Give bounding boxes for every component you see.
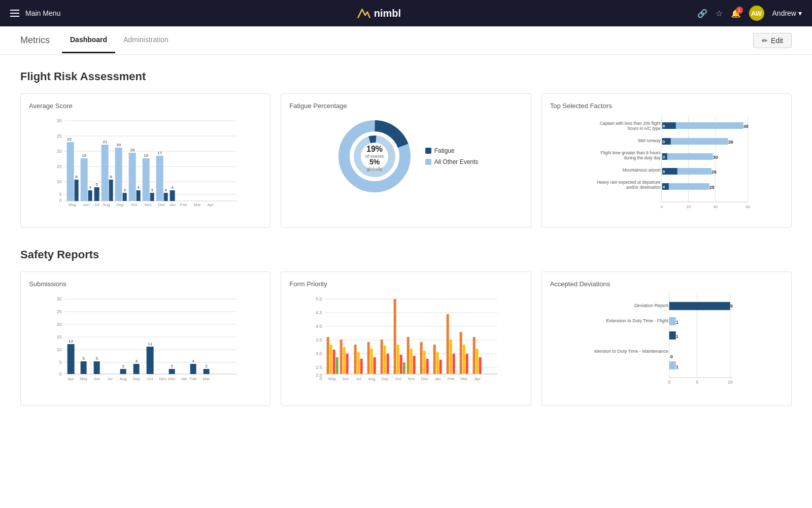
svg-rect-134: [147, 347, 154, 374]
tab-dashboard[interactable]: Dashboard: [62, 27, 115, 53]
svg-text:Aug: Aug: [103, 202, 110, 207]
svg-rect-19: [81, 158, 88, 201]
fatigue-card: Fatigue Percentage 19% of events: [281, 93, 531, 228]
svg-rect-43: [150, 193, 154, 201]
svg-text:28: 28: [709, 185, 714, 190]
svg-text:4: 4: [171, 185, 174, 190]
svg-rect-128: [120, 369, 126, 374]
svg-rect-190: [413, 356, 416, 374]
safety-reports-title: Safety Reports: [20, 248, 792, 261]
svg-text:Jun: Jun: [93, 377, 100, 381]
svg-rect-177: [374, 357, 376, 374]
svg-text:4: 4: [137, 185, 140, 190]
svg-text:10: 10: [57, 347, 62, 352]
svg-text:hours in A/C type: hours in A/C type: [628, 126, 661, 131]
page-title: Metrics: [20, 35, 50, 46]
svg-text:Jul: Jul: [356, 377, 361, 381]
svg-rect-15: [75, 180, 79, 201]
svg-rect-138: [169, 369, 175, 374]
svg-text:39: 39: [728, 140, 733, 145]
svg-rect-118: [67, 344, 75, 374]
nimbl-logo-icon: [357, 8, 371, 19]
svg-text:15: 15: [57, 164, 62, 169]
flight-risk-charts-row: Average Score 30 25 20 15 10 5 0: [20, 93, 792, 228]
svg-text:20: 20: [116, 143, 121, 147]
user-name[interactable]: Andrew ▾: [772, 9, 802, 17]
top-factors-label: Top Selected Factors: [550, 102, 783, 110]
svg-text:Dec: Dec: [168, 377, 176, 381]
submissions-label: Submissions: [29, 280, 262, 288]
svg-text:18: 18: [130, 148, 134, 152]
svg-rect-142: [190, 364, 196, 374]
svg-text:0: 0: [668, 380, 670, 385]
svg-rect-173: [360, 359, 363, 374]
svg-rect-196: [433, 345, 436, 374]
svg-text:Jun: Jun: [343, 377, 349, 381]
submissions-chart: 30 25 20 15 10 5 0 12 Apr 5 May: [29, 294, 262, 385]
hamburger-icon: [10, 10, 19, 17]
svg-text:2: 2: [171, 364, 173, 368]
svg-rect-47: [156, 156, 163, 201]
svg-text:4: 4: [135, 359, 138, 363]
avg-score-card: Average Score 30 25 20 15 10 5 0: [20, 93, 270, 228]
svg-rect-205: [463, 345, 465, 374]
svg-rect-180: [384, 346, 386, 374]
svg-text:8: 8: [662, 124, 665, 128]
donut-chart: 19% of events 5% globally: [334, 116, 415, 197]
main-menu[interactable]: Main Menu: [10, 9, 60, 17]
svg-text:1: 1: [675, 320, 678, 325]
svg-text:Wet runway: Wet runway: [638, 138, 661, 143]
svg-rect-38: [137, 190, 141, 201]
notification-btn[interactable]: 🔔 1: [731, 9, 741, 18]
svg-rect-163: [330, 345, 332, 374]
svg-text:5: 5: [59, 360, 62, 365]
svg-rect-20: [88, 190, 92, 201]
form-priority-label: Form Priority: [289, 280, 522, 288]
svg-text:8: 8: [110, 175, 112, 179]
svg-rect-167: [340, 340, 343, 374]
svg-text:Aug: Aug: [368, 377, 376, 381]
star-icon-btn[interactable]: ☆: [716, 9, 723, 18]
nav-actions: 🔗 ☆ 🔔 1 AW Andrew ▾: [697, 6, 802, 21]
topnav: Main Menu nimbl 🔗 ☆ 🔔 1 AW Andrew ▾: [0, 0, 812, 26]
svg-text:Apr: Apr: [207, 202, 214, 207]
link-icon-btn[interactable]: 🔗: [697, 9, 707, 18]
svg-text:Jun: Jun: [83, 202, 89, 207]
svg-text:10: 10: [57, 179, 62, 184]
svg-rect-169: [346, 354, 349, 374]
svg-text:Aug: Aug: [120, 377, 127, 381]
svg-rect-194: [426, 359, 429, 374]
top-factors-chart: Captain with less than 200 flight hours …: [550, 116, 783, 217]
svg-rect-197: [436, 352, 439, 374]
svg-rect-179: [381, 340, 383, 374]
svg-text:9: 9: [730, 303, 732, 309]
svg-rect-33: [123, 193, 127, 201]
svg-text:22: 22: [67, 137, 72, 142]
svg-rect-218: [669, 302, 730, 310]
fatigue-label: Fatigue Percentage: [289, 102, 522, 110]
svg-rect-28: [109, 180, 113, 201]
accepted-dev-chart: Deviation Report 9 Extension to Duty Tim…: [550, 294, 783, 395]
svg-rect-172: [357, 352, 360, 374]
svg-text:Mar: Mar: [461, 377, 468, 381]
svg-rect-168: [343, 347, 346, 374]
svg-rect-202: [453, 354, 455, 374]
edit-button[interactable]: ✏ Edit: [753, 33, 792, 48]
svg-rect-198: [439, 360, 442, 374]
svg-text:Nov: Nov: [145, 202, 152, 207]
svg-text:xtension to Duty Time - Mainte: xtension to Duty Time - Maintenance: [594, 349, 668, 354]
svg-text:5%: 5%: [369, 158, 380, 166]
svg-text:12: 12: [69, 339, 73, 344]
svg-text:May: May: [69, 202, 76, 207]
svg-rect-185: [400, 355, 402, 374]
svg-text:4: 4: [192, 359, 194, 363]
brand-name: nimbl: [374, 8, 401, 19]
svg-rect-165: [336, 357, 339, 374]
svg-text:2: 2: [205, 364, 208, 368]
svg-text:Mar: Mar: [203, 377, 210, 381]
svg-rect-42: [143, 158, 150, 201]
svg-rect-24: [94, 187, 99, 201]
tab-administration[interactable]: Administration: [115, 27, 177, 53]
submissions-card: Submissions 30 25 20 15 10 5 0: [20, 272, 270, 406]
other-events-legend-dot: [425, 159, 431, 165]
